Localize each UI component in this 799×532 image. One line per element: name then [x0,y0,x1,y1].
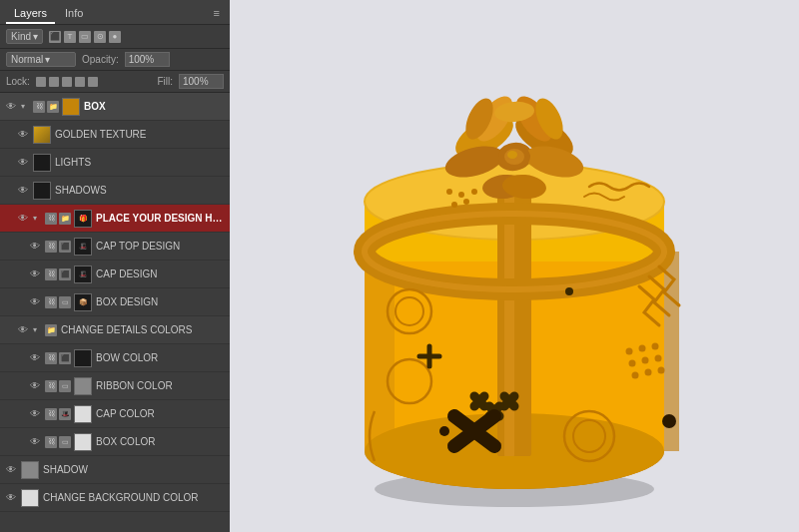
gift-box-image [300,22,729,511]
layer-thumb [74,377,92,395]
filter-fill-icon[interactable]: ● [109,31,121,43]
svg-point-48 [458,192,464,198]
layer-name: BOX COLOR [96,436,226,447]
lock-position-icon[interactable] [62,77,72,87]
filter-smart-icon[interactable]: ⊙ [94,31,106,43]
visibility-icon[interactable]: 👁 [28,240,42,254]
chain-icon: ⛓ [45,352,57,364]
group-folder-icon: 📁 [47,101,59,113]
visibility-icon[interactable]: 👁 [16,212,30,226]
visibility-icon[interactable]: 👁 [28,295,42,309]
chain-icon: ⛓ [45,213,57,225]
layer-box[interactable]: 👁 ▾ ⛓ 📁 BOX [0,93,230,121]
fill-input[interactable] [179,74,224,89]
visibility-icon[interactable]: 👁 [16,323,30,337]
collapse-icon[interactable]: ▾ [33,214,43,224]
sub-icons: ⛓ ▭ [45,380,71,392]
fill-label: Fill: [157,76,173,87]
visibility-icon[interactable]: 👁 [4,100,18,114]
visibility-icon[interactable]: 👁 [16,184,30,198]
layer-cap-top-design[interactable]: 👁 ⛓ ⬛ 🎩 CAP TOP DESIGN [0,233,230,261]
panel-search-row: Kind ▾ ⬛ T ▭ ⊙ ● [0,25,230,49]
folder-icon: 📁 [59,213,71,225]
layer-thumb: 📦 [74,293,92,311]
collapse-icon[interactable]: ▾ [33,325,43,335]
layer-thumb [33,126,51,144]
layer-place-design[interactable]: 👁 ▾ ⛓ 📁 🎁 PLACE YOUR DESIGN HERE [0,205,230,233]
mask-icon: ⬛ [59,352,71,364]
kind-chevron-icon: ▾ [33,31,38,42]
layers-list: 👁 ▾ ⛓ 📁 BOX 👁 GOLDEN TEXTURE 👁 LIGHTS 👁 … [0,93,230,532]
blend-mode-label: Normal [11,54,43,65]
visibility-icon[interactable]: 👁 [28,267,42,281]
group-chain-icon: ⛓ [33,101,45,113]
layer-name: BOX DESIGN [96,296,226,307]
lock-all-icon[interactable] [88,77,98,87]
filter-shape-icon[interactable]: ▭ [79,31,91,43]
layer-change-details[interactable]: 👁 ▾ 📁 CHANGE DETAILS COLORS [0,316,230,344]
filter-pixel-icon[interactable]: ⬛ [49,31,61,43]
visibility-icon[interactable]: 👁 [16,156,30,170]
sub-icons: ⛓ ⬛ [45,241,71,253]
visibility-icon[interactable]: 👁 [4,491,18,505]
chain-icon: ⛓ [45,408,57,420]
collapse-icon[interactable]: ▾ [21,102,31,112]
tab-info[interactable]: Info [57,4,91,24]
layer-name: BOW COLOR [96,352,226,363]
layer-thumb [21,461,39,479]
layer-thumb [62,98,80,116]
lock-label: Lock: [6,76,30,87]
visibility-icon[interactable]: 👁 [4,463,18,477]
layer-change-bg-color[interactable]: 👁 CHANGE BACKGROUND COLOR [0,484,230,512]
layer-shadow[interactable]: 👁 SHADOW [0,456,230,484]
panel-more-button[interactable]: ≡ [210,4,224,24]
canvas-area [230,0,799,532]
svg-point-51 [471,189,477,195]
svg-point-19 [639,344,646,351]
visibility-icon[interactable]: 👁 [28,379,42,393]
lock-transparency-icon[interactable] [36,77,46,87]
visibility-icon[interactable]: 👁 [28,407,42,421]
svg-point-26 [658,366,665,373]
sub-icons: ⛓ 🎩 [45,408,71,420]
opacity-input[interactable] [125,52,170,67]
panel-tabs: Layers Info ≡ [0,0,230,25]
chain-icon: ⛓ [45,296,57,308]
layer-thumb [33,154,51,172]
opacity-label: Opacity: [82,54,119,65]
layer-name: CHANGE BACKGROUND COLOR [43,492,226,503]
layer-cap-color[interactable]: 👁 ⛓ 🎩 CAP COLOR [0,400,230,428]
layer-lights[interactable]: 👁 LIGHTS [0,149,230,177]
layer-name: RIBBON COLOR [96,380,226,391]
sub-icons: ⛓ ▭ [45,436,71,448]
kind-dropdown[interactable]: Kind ▾ [6,29,43,44]
layer-box-design[interactable]: 👁 ⛓ ▭ 📦 BOX DESIGN [0,288,230,316]
layer-ribbon-color[interactable]: 👁 ⛓ ▭ RIBBON COLOR [0,372,230,400]
layer-cap-design[interactable]: 👁 ⛓ ⬛ 🎩 CAP DESIGN [0,261,230,288]
shape-icon: 🎩 [59,408,71,420]
blend-mode-dropdown[interactable]: Normal ▾ [6,52,76,67]
lock-paint-icon[interactable] [49,77,59,87]
svg-point-24 [632,371,639,378]
layer-golden-texture[interactable]: 👁 GOLDEN TEXTURE [0,121,230,149]
layer-box-color[interactable]: 👁 ⛓ ▭ BOX COLOR [0,428,230,456]
filter-text-icon[interactable]: T [64,31,76,43]
kind-label: Kind [11,31,31,42]
layer-bow-color[interactable]: 👁 ⛓ ⬛ BOW COLOR [0,344,230,372]
mask-icon: ▭ [59,380,71,392]
layer-thumb: 🎩 [74,238,92,256]
tab-layers[interactable]: Layers [6,4,55,24]
svg-point-50 [463,199,469,205]
folder-icon: 📁 [45,324,57,336]
visibility-icon[interactable]: 👁 [28,351,42,365]
visibility-icon[interactable]: 👁 [28,435,42,449]
layer-name: SHADOW [43,464,226,475]
lock-icons [36,77,98,87]
sub-icons: ⛓ ⬛ [45,352,71,364]
layer-thumb [74,433,92,451]
visibility-icon[interactable]: 👁 [16,128,30,142]
layer-name: CAP COLOR [96,408,226,419]
lock-artboard-icon[interactable] [75,77,85,87]
layer-shadows[interactable]: 👁 SHADOWS [0,177,230,205]
chain-icon: ⛓ [45,436,57,448]
